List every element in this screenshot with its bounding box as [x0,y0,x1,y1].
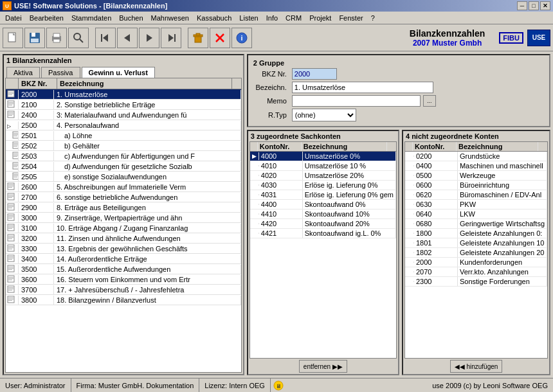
svg-rect-80 [8,246,14,247]
svg-rect-73 [8,227,14,227]
assigned-row[interactable]: 4410Skontoaufwand 10% [250,209,396,219]
list-row[interactable]: 380018. Bilanzgewinn / Bilanzverlust [6,295,241,305]
assigned-row[interactable]: 4030Erlöse ig. Lieferung 0% [250,181,396,190]
list-body[interactable]: 20001. Umsatzerlöse21002. Sonstige betri… [6,89,241,372]
menu-help[interactable]: ? [367,13,379,23]
menu-datei[interactable]: Datei [1,13,26,23]
list-row[interactable]: 24003: Materialaufwand und Aufwendungen … [6,110,241,120]
svg-rect-7 [53,39,60,42]
menu-mahnwesen[interactable]: Mahnwesen [147,13,193,23]
unassigned-row[interactable]: 0500Werkzeuge [405,171,547,181]
minimize-btn[interactable]: ─ [517,1,527,10]
unassigned-row[interactable]: 0620Büromaschinen / EDV-Anl [405,190,547,200]
row-bkz: 3800 [19,296,54,305]
list-row[interactable]: ▷25004. Personalaufwand [6,120,241,130]
unassigned-row[interactable]: 1800Geleistete Anzahlungen 0: [405,229,547,238]
memo-input[interactable] [292,95,421,107]
menu-kassabuch[interactable]: Kassabuch [193,13,235,23]
menu-bearbeiten[interactable]: Bearbeiten [26,13,68,23]
bkz-input[interactable] [292,68,337,80]
save-btn[interactable] [24,28,45,48]
unassigned-row[interactable]: 2000Kundenforderungen [405,258,547,267]
next-btn[interactable] [139,28,159,48]
list-row[interactable]: 29008. Erträge aus Beteiligungen [6,202,241,213]
list-row[interactable]: 27006. sonstige betriebliche Aufwendunge… [6,192,241,202]
row-bez: Grundstücke [458,152,547,161]
row-bez: Skontoaufwand 0% [303,200,396,209]
delete-btn[interactable] [188,28,208,48]
assigned-row[interactable]: ▶4000Umsatzerlöse 0% [250,152,396,161]
svg-rect-52 [14,174,19,175]
prev-btn[interactable] [117,28,138,48]
menu-fenster[interactable]: Fenster [335,13,367,23]
unassigned-row[interactable]: 0400Maschinen und maschinell [405,161,547,171]
row-konto: 2000 [414,258,458,267]
assigned-row[interactable]: 4421Skontoaufwand ig.L. 0% [250,229,396,238]
unassigned-body[interactable]: 0200Grundstücke0400Maschinen und maschin… [405,152,547,358]
unassigned-row[interactable]: 0640LKW [405,209,547,219]
list-row[interactable]: 20001. Umsatzerlöse [6,89,241,100]
row-bez: Erlöse ig. Lieferung 0% [303,181,396,190]
first-btn[interactable] [95,28,116,48]
close-btn[interactable]: ✕ [540,1,550,10]
list-row[interactable]: 2503c) Aufwendungen für Abfertigungen un… [6,151,241,161]
unassigned-row[interactable]: 0200Grundstücke [405,152,547,161]
assigned-body[interactable]: ▶4000Umsatzerlöse 0%4010Umsatzerlöse 10 … [250,152,396,358]
list-row[interactable]: 30009. Zinserträge, Wertpapierträge und … [6,213,241,223]
tab-gewinn[interactable]: Gewinn u. Verlust [82,67,155,78]
maximize-btn[interactable]: □ [529,1,539,10]
remove-btn[interactable]: entfernen ▶▶ [299,360,347,373]
menu-stammdaten[interactable]: Stammdaten [68,13,115,23]
unassigned-row[interactable]: 0600Büroeinrichtung [405,181,547,190]
assigned-row[interactable]: 4031Erlöse ig. Lieferung 0% gem [250,190,396,200]
unassigned-row[interactable]: 0630PKW [405,200,547,209]
list-row[interactable]: 320011. Zinsen und ähnliche Aufwendungen [6,233,241,244]
new-btn[interactable] [3,28,23,48]
list-row[interactable]: 26005. Abschreibungen auf Immaterielle V… [6,182,241,192]
svg-rect-65 [8,206,14,207]
row-konto: 1801 [414,238,458,247]
tab-aktiva[interactable]: Aktiva [6,67,40,78]
assigned-row[interactable]: 4420Skontoaufwand 20% [250,219,396,229]
list-row[interactable]: 330013. Ergebnis der gewöhnlichen Geschä… [6,244,241,254]
cancel-btn[interactable] [210,28,230,48]
list-row[interactable]: 340014. Außerordentliche Erträge [6,254,241,264]
menu-projekt[interactable]: Projekt [305,13,335,23]
unassigned-row[interactable]: 2300Sonstige Forderungen [405,277,547,287]
menu-buchen[interactable]: Buchen [115,13,147,23]
unassigned-row[interactable]: 0680Geringwertige Wirtschaftsg [405,219,547,229]
assigned-row[interactable]: 4020Umsatzerlöse 20% [250,171,396,181]
last-btn[interactable] [161,28,181,48]
menu-crm[interactable]: CRM [282,13,305,23]
assigned-row[interactable]: 4010Umsatzerlöse 10 % [250,161,396,171]
list-row[interactable]: 2504d) Aufwendungen für gesetzliche Sozi… [6,161,241,172]
list-row[interactable]: 310010. Erträge Abgang / Zugang Finanzan… [6,223,241,233]
search-btn[interactable] [68,28,89,48]
svg-rect-49 [14,165,19,166]
row-bez: Skontoaufwand 20% [303,219,396,228]
add-btn[interactable]: ◀◀ hinzufügen [450,360,503,373]
unassigned-row[interactable]: 1802Geleistete Anzahlungen 20 [405,248,547,258]
menu-info[interactable]: Info [262,13,282,23]
info-btn[interactable]: i [231,28,252,48]
list-row[interactable]: 2505e) sonstige Sozialaufwendungen [6,172,241,182]
list-row[interactable]: 2501a) Löhne [6,130,241,141]
list-row[interactable]: 2502b) Gehälter [6,141,241,151]
unassigned-row[interactable]: 2070Verr.kto. Anzahlungen [405,267,547,277]
row-bez: 1. Umsatzerlöse [54,90,241,99]
tab-passiva[interactable]: Passiva [41,67,80,78]
print-btn[interactable] [46,28,67,48]
unassigned-row[interactable]: 1801Geleistete Anzahlungen 10 [405,238,547,248]
rtyp-select[interactable]: (ohne) [292,109,356,121]
svg-rect-40 [14,143,19,144]
bez-input[interactable] [292,82,433,93]
row-bkz: 3400 [19,254,54,263]
menu-listen[interactable]: Listen [235,13,262,23]
memo-btn[interactable]: ... [423,95,436,107]
list-row[interactable]: 360016. Steuern vom Einkommen und vom Er… [6,274,241,285]
svg-point-8 [74,33,80,40]
list-row[interactable]: 350015. Außerordentliche Aufwendungen [6,264,241,274]
list-row[interactable]: 21002. Sonstige betriebliche Erträge [6,100,241,110]
list-row[interactable]: 370017. + Jahresüberschuß / - Jahresfehl… [6,285,241,295]
assigned-row[interactable]: 4400Skontoaufwand 0% [250,200,396,209]
